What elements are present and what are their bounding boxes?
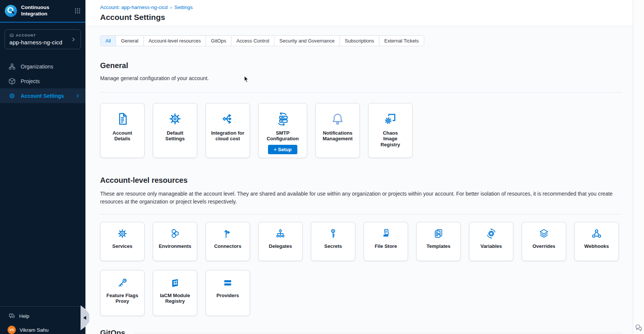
chevron-right-icon (71, 37, 76, 42)
grid-apps-icon[interactable] (74, 8, 81, 14)
user-name: Vikram Sahu (20, 327, 49, 333)
sidebar-item-label: Organizations (21, 64, 53, 70)
collapse-arrow-icon (83, 316, 86, 320)
sidebar-nav: Organizations Projects Account Settings (0, 59, 85, 103)
user-menu[interactable]: VS Vikram Sahu (0, 324, 85, 334)
breadcrumb-separator: › (170, 5, 172, 10)
file-store-icon (380, 228, 391, 239)
tab-access-control[interactable]: Access Control (231, 36, 274, 46)
templates-icon (433, 228, 444, 239)
card-integration-cloud-cost[interactable]: Integration for cloud cost (206, 103, 250, 158)
product-name: Continuous Integration (21, 5, 57, 17)
sidebar-item-projects[interactable]: Projects (0, 74, 85, 88)
section-divider (100, 92, 622, 93)
bell-icon (330, 112, 345, 126)
card-environments[interactable]: Environments (153, 222, 197, 261)
card-label: Connectors (214, 243, 241, 249)
account-label: ACCOUNT (16, 33, 36, 37)
tab-external-tickets[interactable]: External Tickets (379, 36, 424, 46)
account-resources-section-title: Account-level resources (100, 176, 622, 185)
general-cards-row: Account Details Default Settings Integra… (100, 103, 622, 158)
org-chart-icon (8, 63, 16, 70)
breadcrumb-settings-link[interactable]: Settings (174, 5, 193, 10)
tab-gitops[interactable]: GitOps (206, 36, 231, 46)
app-root: Continuous Integration ACCOUNT app-harne… (0, 0, 644, 334)
sidebar: Continuous Integration ACCOUNT app-harne… (0, 0, 85, 334)
cube-icon (8, 77, 16, 85)
card-label: Providers (216, 293, 239, 298)
gear-icon (8, 92, 16, 100)
card-label: Account Details (105, 130, 140, 142)
webhook-icon (591, 228, 602, 239)
key-icon (327, 228, 339, 239)
card-templates[interactable]: Templates (416, 222, 461, 261)
card-providers[interactable]: Providers (206, 270, 250, 316)
general-section-description: Manage general configuration of your acc… (100, 74, 622, 82)
card-connectors[interactable]: Connectors (206, 222, 250, 261)
card-file-store[interactable]: File Store (364, 222, 408, 261)
branch-share-icon (221, 112, 235, 126)
card-label: Chaos Image Registry (379, 130, 402, 147)
tab-all[interactable]: All (100, 36, 116, 46)
smtp-setup-button[interactable]: + Setup (268, 145, 297, 154)
right-gutter (633, 0, 644, 334)
sidebar-bottom: Help VS Vikram Sahu (0, 306, 85, 334)
help-label: Help (19, 313, 29, 319)
hierarchy-icon (275, 228, 286, 239)
bars-icon (222, 277, 233, 288)
card-delegates[interactable]: Delegates (258, 222, 303, 261)
card-smtp-configuration[interactable]: SMTP Configuration + Setup (258, 103, 307, 158)
help-button[interactable]: Help (0, 307, 85, 324)
account-meta: ACCOUNT app-harness-ng-cicd (9, 33, 71, 46)
breadcrumb: Account: app-harness-ng-cicd › Settings (100, 5, 633, 10)
content: All General Account-level resources GitO… (85, 26, 633, 334)
harness-ci-logo-icon (5, 5, 17, 17)
chevron-right-icon (75, 93, 80, 99)
resources-cards-row-2: Feature Flags Proxy IaCM Module Registry… (100, 270, 622, 316)
main-area: Account: app-harness-ng-cicd › Settings … (85, 0, 633, 334)
avatar: VS (8, 326, 16, 334)
card-secrets[interactable]: Secrets (311, 222, 355, 261)
support-chat-icon[interactable] (635, 323, 643, 332)
hexagons-icon (169, 228, 181, 239)
card-variables[interactable]: Variables (469, 222, 513, 261)
settings-tabs: All General Account-level resources GitO… (100, 35, 424, 46)
card-account-details[interactable]: Account Details (100, 103, 145, 158)
gear-sync-icon (486, 228, 497, 239)
card-label: Notifications Management (320, 130, 355, 142)
card-feature-flags-proxy[interactable]: Feature Flags Proxy (100, 270, 145, 316)
card-label: Default Settings (157, 130, 193, 142)
card-iacm-module-registry[interactable]: IaCM Module Registry (153, 270, 197, 316)
tab-subscriptions[interactable]: Subscriptions (340, 36, 379, 46)
sidebar-item-organizations[interactable]: Organizations (0, 59, 85, 74)
card-label: Feature Flags Proxy (105, 293, 140, 304)
tab-security-and-governance[interactable]: Security and Governance (274, 36, 340, 46)
inbox-icon (9, 33, 14, 38)
module-registry-icon (169, 277, 181, 288)
gitops-section-header: GitOps (100, 329, 622, 334)
card-chaos-image-registry[interactable]: Chaos Image Registry (368, 103, 413, 158)
section-divider (100, 214, 622, 214)
smtp-server-sync-icon (276, 112, 290, 126)
card-label: File Store (375, 243, 397, 249)
card-label: Environments (159, 243, 192, 249)
breadcrumb-account-link[interactable]: Account: app-harness-ng-cicd (100, 5, 167, 10)
fork-arrows-icon (222, 228, 233, 239)
card-services[interactable]: Services (100, 222, 145, 261)
sidebar-item-label: Projects (21, 78, 40, 84)
tab-general[interactable]: General (116, 36, 143, 46)
card-notifications-management[interactable]: Notifications Management (315, 103, 360, 158)
tab-account-level-resources[interactable]: Account-level resources (144, 36, 206, 46)
account-selector[interactable]: ACCOUNT app-harness-ng-cicd (5, 29, 81, 49)
card-label: Secrets (324, 243, 342, 249)
card-overrides[interactable]: Overrides (522, 222, 566, 261)
page-header: Account: app-harness-ng-cicd › Settings … (85, 0, 633, 26)
sidebar-item-account-settings[interactable]: Account Settings (0, 88, 85, 103)
sidebar-header: Continuous Integration (0, 0, 85, 23)
gear-icon (168, 112, 182, 126)
card-label: Variables (480, 243, 502, 249)
sidebar-item-label: Account Settings (21, 93, 64, 99)
key-diagonal-icon (117, 277, 128, 288)
card-webhooks[interactable]: Webhooks (574, 222, 619, 261)
card-default-settings[interactable]: Default Settings (153, 103, 197, 158)
